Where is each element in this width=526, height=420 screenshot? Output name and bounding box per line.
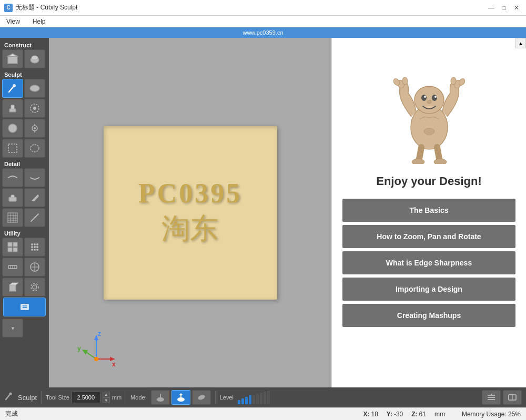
sculpt-canvas: PC0395 淘东 [104,126,277,300]
svg-point-32 [34,243,36,245]
tool-move[interactable] [24,119,45,138]
mode-btn-smooth[interactable] [192,390,211,405]
sculpt-row3 [1,119,48,138]
enjoy-text: Enjoy your Design! [376,169,481,199]
tool-knife[interactable] [24,188,45,207]
svg-text:x: x [112,361,116,368]
close-button[interactable]: ✕ [511,3,522,13]
coord-x-value: 18 [371,411,378,418]
detail-row1 [1,168,48,187]
tool-selection[interactable] [2,139,23,158]
maximize-button[interactable]: □ [499,3,509,13]
scroll-up-button[interactable]: ▲ [515,38,526,48]
tool-stamp[interactable] [2,99,23,118]
tool-settings[interactable] [24,278,45,296]
help-btn-import[interactable]: Importing a Design [342,278,515,301]
tool-cube3d[interactable] [2,278,23,296]
tool-smooth[interactable] [24,168,45,187]
tool-sphere[interactable] [2,119,23,138]
svg-point-73 [412,159,424,164]
svg-line-26 [31,214,38,221]
align-btn[interactable] [482,390,501,405]
help-buttons-container: The Basics How to Zoom, Pan and Rotate W… [332,199,526,327]
tool-pull[interactable] [24,99,45,118]
tool-measure[interactable] [2,258,23,276]
menu-bar: View Help [0,16,526,27]
tool-down-arrow[interactable]: ▾ [2,319,23,337]
utility-row1 [1,238,48,257]
tool-size-down[interactable]: ▼ [103,397,110,403]
svg-point-66 [414,86,444,114]
tool-lasso[interactable] [24,139,45,158]
tool-brush[interactable] [2,79,23,98]
axis-indicator: z x y [75,327,117,372]
tool-flatten[interactable] [24,79,45,98]
help-btn-zoom[interactable]: How to Zoom, Pan and Rotate [342,225,515,248]
minimize-button[interactable]: — [486,3,497,13]
unit-label: mm [112,394,122,401]
menu-help[interactable]: Help [26,16,52,27]
left-toolbar: Construct Sculpt [0,38,49,387]
tool-size-input[interactable] [72,392,100,403]
level-bar-9 [267,391,270,404]
tool-size-up[interactable]: ▲ [103,392,110,397]
tool-circle[interactable] [24,258,45,276]
status-bar: 完成 X: 18 Y: -30 Z: 61 mm Memory Usage: 2… [0,407,526,420]
svg-point-86 [197,394,206,401]
section-utility: Utility [1,228,48,238]
coord-z-value: 61 [419,411,426,418]
tool-size-spinners: ▲ ▼ [103,392,110,403]
tool-sculpt-obj[interactable] [24,49,45,68]
utility-row3 [1,278,48,296]
svg-point-3 [32,56,38,60]
tool-box[interactable] [2,49,23,68]
bottom-right-btns [482,390,522,405]
mode-btn-pull[interactable] [171,390,190,405]
menu-view[interactable]: View [0,16,26,27]
svg-rect-47 [9,285,16,291]
help-btn-edge[interactable]: What is Edge Sharpness [342,251,515,274]
window-title: 无标题 - Cubify Sculpt [16,3,77,12]
sculpt-content: PC0395 淘东 [138,177,242,248]
tool-crease[interactable] [2,168,23,187]
section-construct: Construct [1,40,48,49]
tool-active-wide[interactable] [3,298,46,316]
help-btn-basics[interactable]: The Basics [342,199,515,222]
coord-z: Z: 61 [411,411,426,418]
title-bar-left: C 无标题 - Cubify Sculpt [4,3,77,12]
sculpt-row1 [1,79,48,98]
main-content: Construct Sculpt [0,38,526,387]
tool-line[interactable] [24,208,45,227]
svg-point-39 [36,249,38,251]
coord-y: Y: -30 [387,411,403,418]
svg-point-34 [31,246,33,248]
mascot-container [366,48,492,169]
watermark-text: www.pc0359.cn [242,29,283,36]
mode-btn-push[interactable] [151,390,170,405]
app-icon: C [4,4,13,12]
view-btn[interactable] [503,390,522,405]
level-bar-4 [249,395,251,404]
coord-y-label: Y: [387,411,392,418]
separator-1 [41,391,42,404]
tool-size-group: Tool Size ▲ ▼ mm [46,392,122,403]
tool-paint[interactable] [2,188,23,207]
coord-y-value: -30 [394,411,403,418]
separator-3 [215,391,216,404]
right-panel: ▲ [331,38,526,387]
watermark-bar: www.pc0359.cn [0,27,526,38]
svg-rect-27 [8,242,12,247]
svg-point-38 [34,249,36,251]
coord-x: X: 18 [363,411,378,418]
viewport[interactable]: PC0395 淘东 z x y [49,38,331,387]
svg-point-12 [34,127,36,129]
utility-row2 [1,258,48,276]
tool-texture[interactable] [2,208,23,227]
separator-2 [126,391,126,404]
tool-grid[interactable] [2,238,23,257]
help-btn-mashups[interactable]: Creating Mashups [342,304,515,327]
level-bar-1 [238,400,240,404]
svg-marker-1 [8,54,17,56]
bottom-toolbar: Sculpt Tool Size ▲ ▼ mm Mode: Level [0,387,526,407]
tool-dots[interactable] [24,238,45,257]
